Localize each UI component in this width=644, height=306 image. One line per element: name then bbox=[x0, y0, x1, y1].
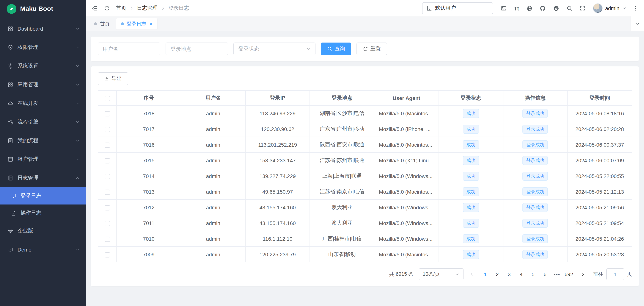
page-number[interactable]: 1 bbox=[480, 268, 491, 280]
tab-home[interactable]: 首页 bbox=[90, 18, 114, 29]
status-tag: 成功 bbox=[462, 109, 479, 118]
sidebar-item-app-management[interactable]: 应用管理 bbox=[0, 75, 86, 94]
page-number-last[interactable]: 692 bbox=[563, 268, 574, 280]
image-icon[interactable] bbox=[500, 5, 506, 11]
page-number[interactable]: 3 bbox=[504, 268, 515, 280]
export-button[interactable]: 导出 bbox=[98, 72, 128, 85]
row-checkbox[interactable] bbox=[104, 127, 110, 132]
cell-location: 广西|桂林市|电信 bbox=[310, 231, 374, 246]
page-number[interactable]: 6 bbox=[540, 268, 550, 280]
cell-time: 2024-05-05 22:00:55 bbox=[568, 168, 632, 184]
more-options-icon[interactable] bbox=[632, 5, 639, 11]
fullscreen-icon[interactable] bbox=[580, 5, 586, 11]
row-checkbox[interactable] bbox=[104, 221, 110, 226]
reset-button[interactable]: 重置 bbox=[356, 43, 387, 55]
operation-tag: 登录成功 bbox=[522, 140, 548, 149]
sidebar-item-permissions[interactable]: 权限管理 bbox=[0, 38, 86, 57]
sidebar-item-my-workflow[interactable]: 我的流程 bbox=[0, 131, 86, 150]
goto-page-input[interactable] bbox=[606, 268, 624, 280]
chevron-down-icon bbox=[75, 27, 80, 31]
cell-location: 湖南省|长沙市|电信 bbox=[310, 105, 374, 121]
monitor-icon bbox=[10, 193, 16, 199]
page-number[interactable]: 2 bbox=[492, 268, 503, 280]
cell-ip: 49.65.150.97 bbox=[245, 184, 310, 199]
tabs-menu-button[interactable] bbox=[630, 17, 644, 31]
login-status-select[interactable]: 登录状态 bbox=[234, 43, 316, 55]
cell-operation: 登录成功 bbox=[503, 215, 568, 231]
row-checkbox[interactable] bbox=[104, 252, 110, 257]
username-input[interactable] bbox=[98, 43, 160, 55]
gitee-icon[interactable] bbox=[553, 5, 559, 11]
row-checkbox[interactable] bbox=[104, 174, 110, 179]
layout-icon bbox=[8, 156, 14, 162]
cell-status: 成功 bbox=[439, 215, 503, 231]
cell-user-agent: Mozilla/5.0 (Windows... bbox=[374, 168, 439, 184]
tabs-bar: 首页 登录日志 bbox=[86, 17, 644, 31]
sidebar-item-tenant-management[interactable]: 租户管理 bbox=[0, 150, 86, 169]
search-panel: 登录状态 查询 重置 bbox=[91, 37, 639, 61]
sidebar-item-operation-log[interactable]: 操作日志 bbox=[0, 204, 86, 222]
language-globe-icon[interactable] bbox=[526, 5, 532, 11]
refresh-icon[interactable] bbox=[104, 5, 110, 11]
page-number[interactable]: 5 bbox=[528, 268, 539, 280]
download-icon bbox=[104, 76, 109, 81]
cell-user-agent: Mozilla/5.0 (Windows... bbox=[374, 215, 439, 231]
cell-username: admin bbox=[181, 184, 246, 199]
row-checkbox[interactable] bbox=[104, 111, 110, 116]
cell-user-agent: Mozilla/5.0 (Macintos... bbox=[374, 246, 439, 262]
close-icon[interactable] bbox=[149, 22, 153, 26]
cell-time: 2024-05-06 02:20:28 bbox=[568, 121, 632, 137]
sidebar-item-enterprise[interactable]: 企业版 bbox=[0, 222, 86, 240]
sidebar-item-dashboard[interactable]: Dashboard bbox=[0, 20, 86, 38]
sidebar-item-online-dev[interactable]: 在线开发 bbox=[0, 94, 86, 113]
query-button[interactable]: 查询 bbox=[321, 43, 351, 55]
cell-operation: 登录成功 bbox=[503, 121, 568, 137]
cell-status: 成功 bbox=[439, 199, 503, 215]
tenant-select[interactable]: 默认租户 bbox=[422, 2, 493, 14]
cell-location: 上海|上海市|联通 bbox=[310, 168, 374, 184]
cell-location: 广东省|广州市|移动 bbox=[310, 121, 374, 137]
operation-tag: 登录成功 bbox=[522, 109, 548, 118]
building-icon bbox=[426, 5, 432, 11]
file-icon bbox=[10, 210, 16, 216]
login-location-input[interactable] bbox=[166, 43, 228, 55]
log-book-icon bbox=[8, 175, 14, 181]
row-checkbox[interactable] bbox=[104, 142, 110, 148]
chevron-down-icon bbox=[75, 101, 80, 106]
header-icons: Tt bbox=[500, 5, 585, 11]
sidebar-item-workflow-engine[interactable]: 流程引擎 bbox=[0, 113, 86, 131]
row-checkbox[interactable] bbox=[104, 189, 110, 195]
github-icon[interactable] bbox=[540, 5, 546, 11]
sidebar-item-login-log[interactable]: 登录日志 bbox=[0, 187, 86, 204]
cell-ip: 153.34.233.147 bbox=[245, 152, 310, 168]
search-icon[interactable] bbox=[566, 5, 572, 11]
next-page-button[interactable] bbox=[578, 268, 588, 280]
tab-login-log[interactable]: 登录日志 bbox=[116, 18, 157, 29]
cell-operation: 登录成功 bbox=[503, 184, 568, 199]
status-tag: 成功 bbox=[462, 140, 479, 149]
prev-page-button[interactable] bbox=[466, 268, 477, 280]
cell-seq: 7010 bbox=[116, 231, 181, 246]
table-row: 7014 admin 139.227.74.229 上海|上海市|联通 Mozi… bbox=[98, 168, 632, 184]
chevron-left-icon bbox=[469, 272, 474, 276]
sidebar-item-log-management[interactable]: 日志管理 bbox=[0, 169, 86, 187]
user-menu[interactable]: admin bbox=[593, 3, 626, 13]
chevron-right-icon bbox=[161, 6, 165, 11]
table-row: 7013 admin 49.65.150.97 江苏省|南京市|电信 Mozil… bbox=[98, 184, 632, 199]
sidebar-item-demo[interactable]: Demo bbox=[0, 240, 86, 259]
row-checkbox[interactable] bbox=[104, 236, 110, 242]
cloud-icon bbox=[8, 100, 14, 106]
row-checkbox[interactable] bbox=[104, 205, 110, 210]
sidebar-item-system-settings[interactable]: 系统设置 bbox=[0, 57, 86, 75]
pages-ellipsis[interactable]: ••• bbox=[551, 271, 562, 277]
font-size-icon[interactable]: Tt bbox=[514, 6, 519, 11]
page-size-select[interactable]: 10条/页 bbox=[418, 268, 463, 280]
breadcrumb-log-management[interactable]: 日志管理 bbox=[137, 5, 158, 12]
page-number[interactable]: 4 bbox=[516, 268, 527, 280]
breadcrumb-home[interactable]: 首页 bbox=[116, 5, 126, 12]
row-checkbox[interactable] bbox=[104, 158, 110, 163]
app-logo[interactable]: Maku Boot bbox=[0, 0, 86, 18]
cell-seq: 7015 bbox=[116, 152, 181, 168]
select-all-checkbox[interactable] bbox=[104, 96, 110, 101]
collapse-sidebar-icon[interactable] bbox=[92, 5, 98, 11]
